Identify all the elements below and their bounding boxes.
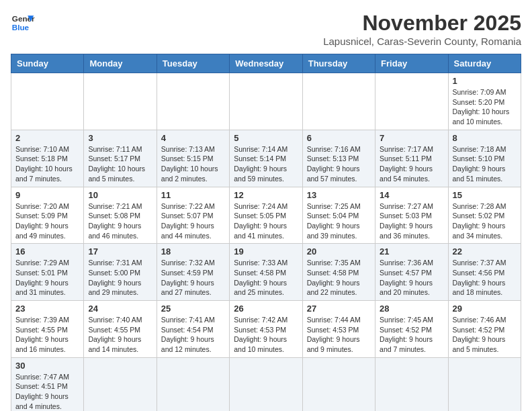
day-info: Sunrise: 7:09 AM Sunset: 5:20 PM Dayligh… <box>453 87 517 127</box>
day-number: 16 <box>15 246 79 257</box>
calendar-cell <box>157 357 229 411</box>
calendar-cell: 28Sunrise: 7:45 AM Sunset: 4:52 PM Dayli… <box>375 301 448 358</box>
day-number: 12 <box>234 190 298 200</box>
day-number: 30 <box>15 361 79 371</box>
day-info: Sunrise: 7:20 AM Sunset: 5:09 PM Dayligh… <box>15 201 79 241</box>
day-info: Sunrise: 7:17 AM Sunset: 5:11 PM Dayligh… <box>380 144 443 184</box>
day-number: 11 <box>161 190 225 200</box>
day-number: 13 <box>307 190 371 200</box>
day-number: 5 <box>234 133 298 143</box>
day-info: Sunrise: 7:37 AM Sunset: 4:56 PM Dayligh… <box>453 258 517 298</box>
day-number: 17 <box>88 246 152 257</box>
calendar-cell: 7Sunrise: 7:17 AM Sunset: 5:11 PM Daylig… <box>375 130 448 187</box>
calendar-cell: 15Sunrise: 7:28 AM Sunset: 5:02 PM Dayli… <box>448 187 521 244</box>
day-info: Sunrise: 7:45 AM Sunset: 4:52 PM Dayligh… <box>380 315 443 355</box>
day-info: Sunrise: 7:14 AM Sunset: 5:14 PM Dayligh… <box>234 144 298 184</box>
calendar-cell: 13Sunrise: 7:25 AM Sunset: 5:04 PM Dayli… <box>302 187 375 244</box>
day-number: 27 <box>307 304 371 314</box>
weekday-header-friday: Friday <box>375 54 448 73</box>
calendar-week-row: 9Sunrise: 7:20 AM Sunset: 5:09 PM Daylig… <box>11 187 521 244</box>
day-info: Sunrise: 7:41 AM Sunset: 4:54 PM Dayligh… <box>161 315 225 355</box>
calendar-cell: 25Sunrise: 7:41 AM Sunset: 4:54 PM Dayli… <box>157 301 229 358</box>
day-info: Sunrise: 7:40 AM Sunset: 4:55 PM Dayligh… <box>88 315 152 355</box>
day-info: Sunrise: 7:13 AM Sunset: 5:15 PM Dayligh… <box>161 144 225 184</box>
day-number: 25 <box>161 304 225 314</box>
weekday-header-thursday: Thursday <box>302 54 375 73</box>
day-info: Sunrise: 7:31 AM Sunset: 5:00 PM Dayligh… <box>88 258 152 298</box>
day-info: Sunrise: 7:10 AM Sunset: 5:18 PM Dayligh… <box>15 144 79 184</box>
calendar-cell <box>302 73 375 130</box>
day-number: 14 <box>380 190 443 200</box>
calendar-cell: 10Sunrise: 7:21 AM Sunset: 5:08 PM Dayli… <box>84 187 157 244</box>
calendar-cell <box>375 73 448 130</box>
day-info: Sunrise: 7:35 AM Sunset: 4:58 PM Dayligh… <box>307 258 371 298</box>
logo-icon: General Blue <box>11 11 35 35</box>
calendar-cell: 30Sunrise: 7:47 AM Sunset: 4:51 PM Dayli… <box>11 357 84 411</box>
day-number: 26 <box>234 304 298 314</box>
day-info: Sunrise: 7:47 AM Sunset: 4:51 PM Dayligh… <box>15 372 79 411</box>
calendar-cell: 14Sunrise: 7:27 AM Sunset: 5:03 PM Dayli… <box>375 187 448 244</box>
logo: General Blue <box>11 11 35 35</box>
calendar-cell: 12Sunrise: 7:24 AM Sunset: 5:05 PM Dayli… <box>230 187 302 244</box>
day-number: 10 <box>88 190 152 200</box>
day-info: Sunrise: 7:44 AM Sunset: 4:53 PM Dayligh… <box>307 315 371 355</box>
calendar-week-row: 1Sunrise: 7:09 AM Sunset: 5:20 PM Daylig… <box>11 73 521 130</box>
title-area: November 2025 Lapusnicel, Caras-Severin … <box>323 11 521 47</box>
weekday-header-monday: Monday <box>84 54 157 73</box>
day-info: Sunrise: 7:27 AM Sunset: 5:03 PM Dayligh… <box>380 201 443 241</box>
day-info: Sunrise: 7:24 AM Sunset: 5:05 PM Dayligh… <box>234 201 298 241</box>
day-info: Sunrise: 7:42 AM Sunset: 4:53 PM Dayligh… <box>234 315 298 355</box>
day-info: Sunrise: 7:16 AM Sunset: 5:13 PM Dayligh… <box>307 144 371 184</box>
calendar-week-row: 30Sunrise: 7:47 AM Sunset: 4:51 PM Dayli… <box>11 357 521 411</box>
day-number: 23 <box>15 304 79 314</box>
calendar-cell: 2Sunrise: 7:10 AM Sunset: 5:18 PM Daylig… <box>11 130 84 187</box>
day-number: 24 <box>88 304 152 314</box>
day-number: 18 <box>161 246 225 257</box>
weekday-header-tuesday: Tuesday <box>157 54 229 73</box>
day-number: 20 <box>307 246 371 257</box>
calendar-cell <box>230 73 302 130</box>
day-number: 9 <box>15 190 79 200</box>
day-info: Sunrise: 7:29 AM Sunset: 5:01 PM Dayligh… <box>15 258 79 298</box>
day-info: Sunrise: 7:36 AM Sunset: 4:57 PM Dayligh… <box>380 258 443 298</box>
calendar-cell: 1Sunrise: 7:09 AM Sunset: 5:20 PM Daylig… <box>448 73 521 130</box>
day-number: 22 <box>453 246 517 257</box>
calendar-cell: 4Sunrise: 7:13 AM Sunset: 5:15 PM Daylig… <box>157 130 229 187</box>
calendar-cell: 16Sunrise: 7:29 AM Sunset: 5:01 PM Dayli… <box>11 244 84 301</box>
calendar-cell: 11Sunrise: 7:22 AM Sunset: 5:07 PM Dayli… <box>157 187 229 244</box>
calendar-cell: 6Sunrise: 7:16 AM Sunset: 5:13 PM Daylig… <box>302 130 375 187</box>
calendar-table: SundayMondayTuesdayWednesdayThursdayFrid… <box>11 54 521 411</box>
weekday-header-sunday: Sunday <box>11 54 84 73</box>
weekday-header-row: SundayMondayTuesdayWednesdayThursdayFrid… <box>11 54 521 73</box>
calendar-cell <box>84 357 157 411</box>
day-info: Sunrise: 7:39 AM Sunset: 4:55 PM Dayligh… <box>15 315 79 355</box>
calendar-cell <box>157 73 229 130</box>
calendar-cell <box>448 357 521 411</box>
day-info: Sunrise: 7:21 AM Sunset: 5:08 PM Dayligh… <box>88 201 152 241</box>
calendar-cell <box>302 357 375 411</box>
day-number: 4 <box>161 133 225 143</box>
calendar-cell: 17Sunrise: 7:31 AM Sunset: 5:00 PM Dayli… <box>84 244 157 301</box>
calendar-cell: 26Sunrise: 7:42 AM Sunset: 4:53 PM Dayli… <box>230 301 302 358</box>
calendar-cell: 27Sunrise: 7:44 AM Sunset: 4:53 PM Dayli… <box>302 301 375 358</box>
calendar-cell: 5Sunrise: 7:14 AM Sunset: 5:14 PM Daylig… <box>230 130 302 187</box>
calendar-cell: 24Sunrise: 7:40 AM Sunset: 4:55 PM Dayli… <box>84 301 157 358</box>
day-info: Sunrise: 7:22 AM Sunset: 5:07 PM Dayligh… <box>161 201 225 241</box>
calendar-cell <box>230 357 302 411</box>
day-number: 6 <box>307 133 371 143</box>
calendar-week-row: 23Sunrise: 7:39 AM Sunset: 4:55 PM Dayli… <box>11 301 521 358</box>
day-info: Sunrise: 7:18 AM Sunset: 5:10 PM Dayligh… <box>453 144 517 184</box>
day-info: Sunrise: 7:11 AM Sunset: 5:17 PM Dayligh… <box>88 144 152 184</box>
calendar-cell: 21Sunrise: 7:36 AM Sunset: 4:57 PM Dayli… <box>375 244 448 301</box>
weekday-header-wednesday: Wednesday <box>230 54 302 73</box>
day-number: 8 <box>453 133 517 143</box>
calendar-cell: 19Sunrise: 7:33 AM Sunset: 4:58 PM Dayli… <box>230 244 302 301</box>
calendar-cell: 9Sunrise: 7:20 AM Sunset: 5:09 PM Daylig… <box>11 187 84 244</box>
calendar-cell <box>11 73 84 130</box>
day-number: 7 <box>380 133 443 143</box>
location-title: Lapusnicel, Caras-Severin County, Romani… <box>323 36 521 47</box>
calendar-week-row: 2Sunrise: 7:10 AM Sunset: 5:18 PM Daylig… <box>11 130 521 187</box>
calendar-cell: 29Sunrise: 7:46 AM Sunset: 4:52 PM Dayli… <box>448 301 521 358</box>
svg-text:Blue: Blue <box>12 23 30 32</box>
weekday-header-saturday: Saturday <box>448 54 521 73</box>
